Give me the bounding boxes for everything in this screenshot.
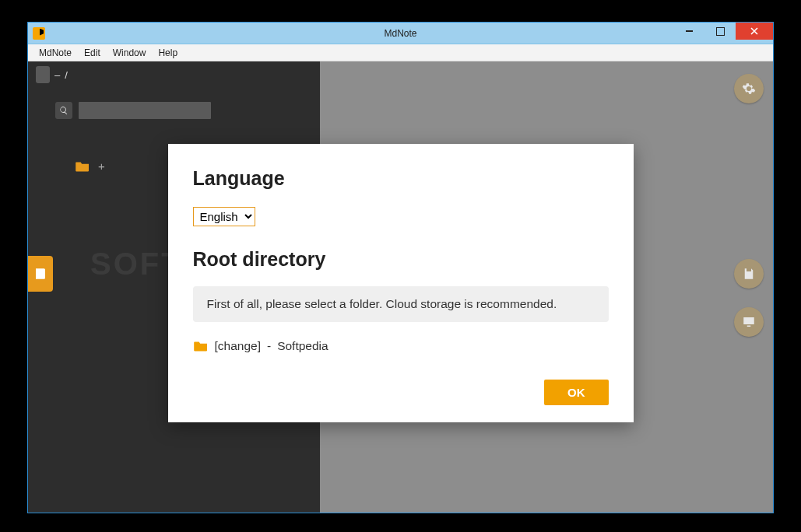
- add-folder-button[interactable]: +: [98, 159, 105, 173]
- menu-mdnote[interactable]: MdNote: [33, 46, 78, 60]
- folder-icon: [75, 160, 90, 173]
- breadcrumb-minus: –: [54, 69, 60, 81]
- app-icon: [33, 27, 45, 40]
- menubar: MdNote Edit Window Help: [28, 44, 773, 61]
- breadcrumb: – /: [28, 61, 320, 83]
- breadcrumb-sep: /: [65, 69, 68, 81]
- window-controls: [673, 23, 773, 40]
- search-icon: [59, 106, 69, 115]
- folder-icon: [193, 340, 209, 352]
- minimize-button[interactable]: [673, 23, 704, 40]
- gear-icon: [742, 82, 756, 96]
- notes-icon: [33, 267, 47, 281]
- ok-button[interactable]: OK: [544, 380, 609, 405]
- menu-help[interactable]: Help: [152, 46, 184, 60]
- search-input[interactable]: [79, 102, 211, 119]
- window-title: MdNote: [28, 28, 773, 39]
- settings-modal: Language English Root directory First of…: [168, 144, 634, 422]
- menu-window[interactable]: Window: [107, 46, 153, 60]
- app-window: MdNote MdNote Edit Window Help – /: [27, 22, 774, 513]
- save-icon: [742, 267, 756, 281]
- search-row: [55, 102, 320, 119]
- settings-fab[interactable]: [734, 74, 764, 103]
- current-folder-name: Softpedia: [277, 339, 328, 353]
- close-button[interactable]: [736, 23, 773, 40]
- sidebar-notes-tab[interactable]: [28, 256, 53, 292]
- change-folder-link[interactable]: [change]: [215, 339, 261, 353]
- close-icon: [750, 27, 758, 35]
- change-sep: -: [267, 339, 271, 353]
- root-directory-heading: Root directory: [193, 248, 609, 271]
- breadcrumb-icon-box[interactable]: [36, 66, 50, 83]
- preview-fab[interactable]: [734, 307, 764, 337]
- language-select[interactable]: English: [193, 207, 255, 226]
- root-directory-info: First of all, please select a folder. Cl…: [193, 286, 609, 322]
- maximize-button[interactable]: [704, 23, 736, 40]
- language-heading: Language: [193, 167, 609, 190]
- menu-edit[interactable]: Edit: [78, 46, 107, 60]
- app-body: – / +: [28, 61, 773, 513]
- outer-frame: MdNote MdNote Edit Window Help – /: [0, 0, 801, 532]
- monitor-icon: [742, 315, 756, 329]
- search-icon-box[interactable]: [55, 102, 72, 119]
- save-fab[interactable]: [734, 259, 764, 289]
- root-directory-row: [change] - Softpedia: [193, 339, 609, 353]
- titlebar: MdNote: [28, 23, 773, 44]
